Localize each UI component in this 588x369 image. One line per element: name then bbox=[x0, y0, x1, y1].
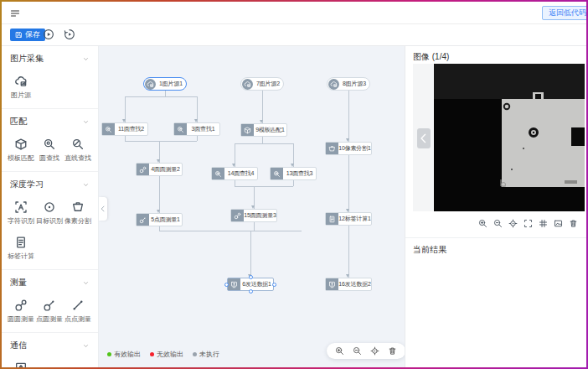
green-dot bbox=[107, 352, 111, 356]
edge bbox=[197, 136, 198, 141]
node-handle-left[interactable] bbox=[224, 283, 229, 287]
zoom-in-icon[interactable] bbox=[478, 219, 487, 228]
play-icon bbox=[43, 29, 54, 40]
tool-pixel-segment[interactable]: 像素分割 bbox=[64, 194, 92, 229]
back-to-lowcode-button[interactable]: 返回低代码 bbox=[542, 6, 586, 20]
screen-frame: 返回低代码 保存 图片采集 图片源 匹配 模板匹配 圆查找 直线查找 深度学习 … bbox=[0, 0, 588, 369]
run-button[interactable] bbox=[43, 29, 54, 40]
node-label-calc-1[interactable]: 12标签计算1 bbox=[325, 212, 372, 226]
node-pixel-segment-1[interactable]: 10像素分割1 bbox=[325, 142, 372, 155]
cloud-image-icon bbox=[14, 74, 28, 88]
section-header-image-capture[interactable]: 图片采集 bbox=[2, 51, 98, 66]
segment-icon bbox=[326, 143, 338, 154]
run-once-button[interactable] bbox=[64, 29, 75, 40]
locate-icon[interactable] bbox=[370, 346, 379, 356]
trash-icon[interactable] bbox=[388, 346, 397, 356]
tool-line-find[interactable]: 直线查找 bbox=[64, 131, 92, 166]
tool-ocr[interactable]: 字符识别 bbox=[7, 194, 35, 229]
section-header-deep-learning[interactable]: 深度学习 bbox=[2, 177, 98, 192]
node-image-source-3[interactable]: 8图片源3 bbox=[327, 77, 370, 91]
tool-point-circle-measure[interactable]: 点圆测量 bbox=[35, 292, 64, 327]
chevron-down-icon bbox=[82, 118, 90, 126]
locate-icon[interactable] bbox=[508, 219, 518, 228]
measure-pc-icon bbox=[43, 298, 57, 312]
edge bbox=[250, 231, 251, 278]
tool-send-data[interactable] bbox=[7, 355, 35, 367]
prev-image-button[interactable] bbox=[417, 128, 431, 148]
send-icon bbox=[14, 361, 28, 367]
tool-point-point-measure[interactable]: 点点测量 bbox=[64, 292, 92, 327]
node-circle-find-2[interactable]: 11圆查找2 bbox=[101, 122, 148, 136]
edge bbox=[235, 186, 293, 187]
edge bbox=[348, 91, 349, 142]
tool-circle-find[interactable]: 圆查找 bbox=[35, 131, 64, 166]
node-send-data-1[interactable]: 6发送数据1 bbox=[227, 278, 274, 291]
image-panel-title: 图像 (1/4) bbox=[413, 51, 449, 63]
save-icon bbox=[15, 31, 23, 39]
section-image-capture: 图片采集 图片源 bbox=[2, 46, 98, 109]
section-header-matching[interactable]: 匹配 bbox=[2, 114, 98, 129]
circle-find-icon bbox=[43, 137, 57, 151]
image-toolbar bbox=[478, 219, 578, 228]
section-header-measure[interactable]: 测量 bbox=[2, 275, 98, 290]
circle-find-icon bbox=[174, 123, 187, 135]
section-matching: 匹配 模板匹配 圆查找 直线查找 bbox=[2, 109, 98, 172]
chevron-left-icon bbox=[417, 132, 431, 145]
tool-circle-circle-measure[interactable]: 圆圆测量 bbox=[7, 292, 35, 327]
edge bbox=[262, 137, 263, 143]
node-template-match-1[interactable]: 9模板匹配1 bbox=[240, 123, 287, 137]
node-label: 16发送数据2 bbox=[338, 280, 371, 288]
image-panel: 图像 (1/4) bbox=[405, 46, 586, 367]
header: 返回低代码 bbox=[2, 2, 586, 24]
node-handle-right[interactable] bbox=[272, 283, 276, 287]
node-label: 5点圆测量1 bbox=[149, 216, 182, 224]
grid-icon[interactable] bbox=[539, 219, 548, 228]
tool-label-calc[interactable]: 标签计算 bbox=[7, 229, 35, 264]
tool-image-source[interactable]: 图片源 bbox=[7, 68, 35, 103]
send-icon bbox=[228, 278, 240, 290]
tool-object-detect[interactable]: 目标识别 bbox=[35, 194, 64, 229]
save-button[interactable]: 保存 bbox=[10, 29, 45, 41]
zoom-out-icon[interactable] bbox=[493, 219, 503, 228]
flow-canvas[interactable]: 1图片源1 7图片源2 8图片源3 11圆查找2 3圆查找1 9模板匹配1 10… bbox=[99, 46, 405, 367]
measure-cc-icon bbox=[231, 210, 244, 221]
edge bbox=[348, 155, 349, 212]
toolbar: 保存 bbox=[2, 24, 586, 46]
label-calc-icon bbox=[14, 235, 28, 249]
node-label: 13圆查找3 bbox=[283, 169, 316, 178]
section-header-communication[interactable]: 通信 bbox=[2, 338, 98, 353]
node-label: 1图片源1 bbox=[156, 80, 186, 88]
node-label: 4圆圆测量2 bbox=[149, 165, 182, 174]
edge bbox=[125, 96, 197, 97]
node-circle-find-4[interactable]: 14圆查找4 bbox=[211, 167, 258, 180]
node-circle-circle-measure-3[interactable]: 15圆圆测量3 bbox=[230, 209, 277, 222]
node-circle-find-3[interactable]: 13圆查找3 bbox=[270, 167, 317, 180]
node-send-data-2[interactable]: 16发送数据2 bbox=[325, 278, 372, 291]
node-handle-bottom[interactable] bbox=[249, 289, 253, 294]
node-image-source-1[interactable]: 1图片源1 bbox=[143, 77, 187, 91]
zoom-in-icon[interactable] bbox=[335, 346, 344, 356]
node-point-circle-measure-1[interactable]: 5点圆测量1 bbox=[136, 213, 183, 226]
tool-sidebar: 图片采集 图片源 匹配 模板匹配 圆查找 直线查找 深度学习 字符识别 目标识别… bbox=[2, 46, 99, 367]
menu-icon[interactable] bbox=[10, 8, 20, 18]
zoom-out-icon[interactable] bbox=[353, 346, 362, 356]
node-handle-top[interactable] bbox=[249, 275, 253, 279]
app-window: 返回低代码 保存 图片采集 图片源 匹配 模板匹配 圆查找 直线查找 深度学习 … bbox=[2, 2, 586, 367]
edge bbox=[254, 222, 255, 231]
sidebar-collapse-tab[interactable] bbox=[99, 197, 107, 221]
trash-icon[interactable] bbox=[569, 219, 578, 228]
measure-pc-icon bbox=[137, 214, 149, 226]
tool-template-match[interactable]: 模板匹配 bbox=[7, 131, 35, 166]
chevron-down-icon bbox=[82, 55, 90, 63]
node-label: 6发送数据1 bbox=[240, 280, 273, 288]
chevron-down-icon bbox=[82, 342, 90, 350]
fullscreen-icon[interactable] bbox=[524, 219, 533, 228]
node-image-source-2[interactable]: 7图片源2 bbox=[240, 77, 284, 91]
edge bbox=[262, 91, 263, 123]
edge bbox=[165, 91, 166, 96]
inspection-image[interactable] bbox=[434, 64, 585, 211]
image-fit-icon[interactable] bbox=[554, 219, 563, 228]
node-circle-find-1[interactable]: 3圆查找1 bbox=[173, 122, 220, 136]
node-circle-circle-measure-2[interactable]: 4圆圆测量2 bbox=[136, 163, 183, 176]
legend-valid: 有效输出 bbox=[107, 350, 141, 359]
